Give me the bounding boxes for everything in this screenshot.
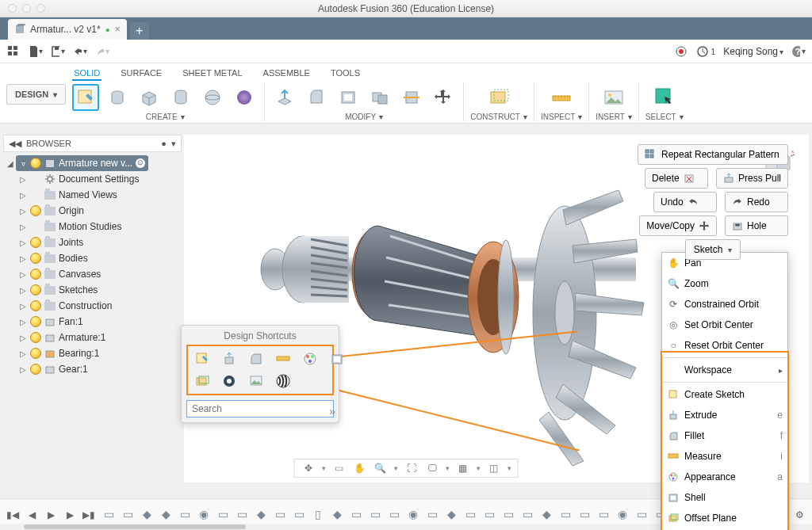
record-icon[interactable] bbox=[674, 44, 688, 59]
data-panel-icon[interactable] bbox=[6, 44, 21, 59]
tab-sheetmetal[interactable]: SHEET METAL bbox=[181, 67, 243, 81]
timeline-feature-15[interactable]: ▭ bbox=[385, 505, 403, 525]
orbit-icon[interactable]: ✥ bbox=[301, 461, 316, 475]
tab-solid[interactable]: SOLID bbox=[72, 67, 102, 81]
ctx-zoom[interactable]: 🔍Zoom bbox=[662, 273, 787, 294]
ctx-constrained-orbit[interactable]: ⟳Constrained Orbit bbox=[662, 294, 787, 315]
split-icon[interactable] bbox=[398, 84, 425, 111]
timeline-feature-28[interactable]: ▭ bbox=[633, 505, 650, 525]
undo-button[interactable]: Undo bbox=[653, 192, 717, 212]
sketch-submenu-button[interactable]: Sketch bbox=[685, 239, 741, 260]
viewport-layout-icon[interactable]: ◫ bbox=[487, 461, 501, 475]
press-pull-icon[interactable] bbox=[271, 84, 298, 111]
pan-icon[interactable]: ✋ bbox=[353, 461, 367, 475]
create-sketch-icon[interactable] bbox=[72, 84, 99, 111]
timeline-feature-21[interactable]: ▭ bbox=[500, 505, 517, 525]
timeline-start-icon[interactable]: ▮◀ bbox=[5, 507, 21, 523]
move-copy-button[interactable]: Move/Copy bbox=[639, 215, 717, 236]
job-status-icon[interactable]: 1 bbox=[696, 44, 715, 59]
timeline-feature-2[interactable]: ◆ bbox=[138, 505, 155, 525]
display-settings-icon[interactable]: 🖵 bbox=[425, 461, 439, 475]
timeline-feature-14[interactable]: ▭ bbox=[366, 505, 384, 525]
select-icon[interactable] bbox=[651, 84, 678, 111]
browser-node-armature-1[interactable]: ▷Armature:1 bbox=[5, 330, 180, 345]
inspect-measure-icon[interactable] bbox=[548, 84, 575, 111]
tab-surface[interactable]: SURFACE bbox=[119, 67, 163, 81]
timeline-feature-16[interactable]: ◉ bbox=[404, 505, 422, 525]
shortcut-fillet-icon[interactable] bbox=[248, 351, 264, 367]
create-form-icon[interactable] bbox=[104, 84, 131, 111]
timeline-feature-5[interactable]: ◉ bbox=[195, 505, 213, 525]
timeline-feature-25[interactable]: ▭ bbox=[576, 505, 593, 525]
hole-button[interactable]: Hole bbox=[725, 215, 788, 236]
look-at-icon[interactable]: ▭ bbox=[332, 461, 347, 475]
timeline-end-icon[interactable]: ▶▮ bbox=[81, 507, 97, 523]
timeline-feature-10[interactable]: ▭ bbox=[290, 505, 308, 525]
create-dropdown[interactable]: CREATE bbox=[146, 112, 185, 121]
tab-tools[interactable]: TOOLS bbox=[329, 67, 362, 81]
workspace-switcher[interactable]: DESIGN bbox=[6, 84, 66, 105]
timeline-feature-11[interactable]: ▯ bbox=[309, 505, 327, 525]
workspace-submenu[interactable]: Workspace bbox=[662, 360, 787, 380]
user-menu[interactable]: Keqing Song bbox=[723, 46, 783, 57]
torus-icon[interactable] bbox=[231, 84, 258, 111]
shortcut-search-input[interactable] bbox=[186, 400, 334, 418]
shortcut-measure-icon[interactable] bbox=[275, 351, 291, 367]
timeline-feature-17[interactable]: ▭ bbox=[423, 505, 441, 525]
collapse-panel-icon[interactable]: ◀◀ bbox=[9, 139, 21, 149]
timeline-fwd-icon[interactable]: ▶ bbox=[62, 507, 78, 523]
shortcut-decal-icon[interactable] bbox=[221, 373, 237, 389]
ctx-shell[interactable]: Shell bbox=[662, 487, 787, 508]
ctx-offset-plane[interactable]: Offset Plane bbox=[662, 508, 787, 528]
timeline-feature-9[interactable]: ▭ bbox=[271, 505, 289, 525]
timeline-feature-18[interactable]: ◆ bbox=[442, 505, 460, 525]
timeline-feature-22[interactable]: ▭ bbox=[519, 505, 536, 525]
timeline-settings-icon[interactable]: ⚙ bbox=[791, 507, 807, 523]
browser-root-node[interactable]: ▿Armature new v...⊙ bbox=[16, 155, 148, 171]
undo-icon[interactable] bbox=[73, 44, 87, 59]
timeline-feature-7[interactable]: ▭ bbox=[233, 505, 251, 525]
browser-options-icon[interactable]: ▾ bbox=[171, 139, 176, 149]
repeat-pattern-button[interactable]: Repeat Rectangular Pattern bbox=[638, 144, 788, 165]
browser-node-origin[interactable]: ▷Origin bbox=[5, 203, 180, 219]
shortcut-extrude-icon[interactable] bbox=[221, 351, 237, 367]
zoom-icon[interactable]: 🔍 bbox=[373, 461, 388, 475]
browser-node-bearing-1[interactable]: ▷Bearing:1 bbox=[5, 345, 180, 361]
timeline-back-icon[interactable]: ◀ bbox=[24, 507, 40, 523]
close-tab-icon[interactable]: × bbox=[115, 24, 121, 35]
fit-icon[interactable]: ⛶ bbox=[404, 461, 419, 475]
press-pull-button[interactable]: Press Pull bbox=[716, 168, 788, 189]
timeline-feature-6[interactable]: ▭ bbox=[214, 505, 232, 525]
timeline-feature-26[interactable]: ▭ bbox=[595, 505, 612, 525]
browser-node-motion-studies[interactable]: ▷Motion Studies bbox=[5, 219, 180, 234]
browser-node-canvases[interactable]: ▷Canvases bbox=[5, 266, 180, 282]
browser-node-joints[interactable]: ▷Joints bbox=[5, 234, 180, 250]
timeline-feature-1[interactable]: ▭ bbox=[119, 505, 136, 525]
shortcut-create-sketch-icon[interactable] bbox=[194, 351, 210, 367]
browser-node-bodies[interactable]: ▷Bodies bbox=[5, 250, 180, 266]
modify-dropdown[interactable]: MODIFY bbox=[345, 112, 383, 121]
box-icon[interactable] bbox=[136, 84, 163, 111]
timeline-feature-3[interactable]: ◆ bbox=[157, 505, 174, 525]
ctx-reset-orbit-center[interactable]: ○Reset Orbit Center bbox=[662, 335, 787, 356]
cylinder-icon[interactable] bbox=[167, 84, 194, 111]
ctx-appearance[interactable]: Appearancea bbox=[662, 467, 787, 487]
select-dropdown[interactable]: SELECT bbox=[645, 112, 684, 121]
save-icon[interactable] bbox=[51, 44, 65, 59]
insert-dropdown[interactable]: INSERT bbox=[596, 112, 632, 121]
construct-dropdown[interactable]: CONSTRUCT bbox=[470, 112, 527, 121]
design-shortcuts-palette[interactable]: Design Shortcuts » bbox=[181, 325, 339, 423]
ctx-measure[interactable]: Measurei bbox=[662, 446, 787, 467]
palette-expand-icon[interactable]: » bbox=[329, 405, 335, 418]
ctx-set-orbit-center[interactable]: ◎Set Orbit Center bbox=[662, 315, 787, 335]
shortcut-shell-icon[interactable] bbox=[329, 351, 345, 367]
help-icon[interactable]: ? bbox=[791, 44, 806, 59]
tab-assemble[interactable]: ASSEMBLE bbox=[262, 67, 312, 81]
timeline-feature-13[interactable]: ▭ bbox=[347, 505, 365, 525]
browser-node-named-views[interactable]: ▷Named Views bbox=[5, 187, 180, 203]
shortcut-appearance-icon[interactable] bbox=[302, 351, 318, 367]
delete-button[interactable]: Delete bbox=[645, 168, 708, 189]
browser-pin-icon[interactable]: ● bbox=[161, 139, 167, 148]
sphere-icon[interactable] bbox=[199, 84, 226, 111]
move-icon[interactable] bbox=[430, 84, 457, 111]
